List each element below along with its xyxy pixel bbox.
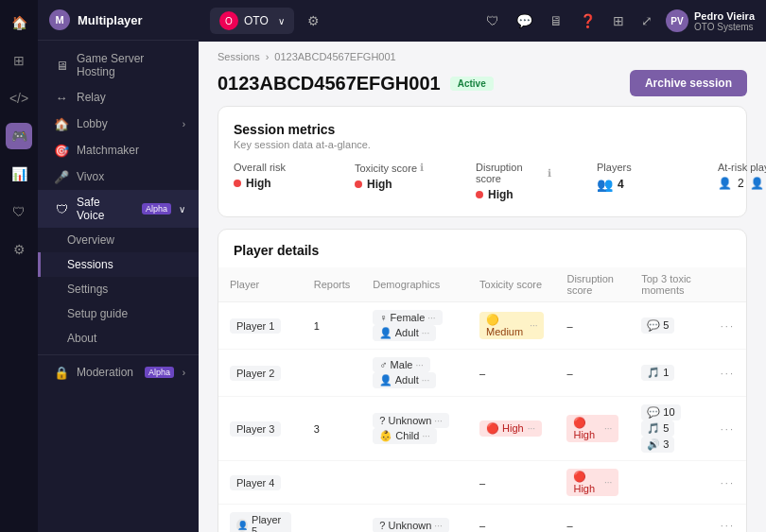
toxicity-score-tag[interactable]: 🟡 Medium ···: [479, 312, 544, 339]
sidebar-item-setup-guide[interactable]: Setup guide: [38, 301, 199, 326]
apps-icon[interactable]: ⊞: [613, 13, 624, 28]
app-selector[interactable]: O OTO ∨: [210, 8, 294, 34]
sidebar-icon-grid[interactable]: ⊞: [6, 47, 32, 74]
moment-tag[interactable]: 🎵 1: [641, 365, 674, 381]
demo-tag-gender[interactable]: ♀ Female ···: [373, 310, 442, 325]
expand-topbar-icon[interactable]: ⤢: [641, 13, 653, 28]
settings-icon[interactable]: ⚙: [307, 13, 320, 28]
page-header: 0123ABCD4567EFGH001 Active Archive sessi…: [199, 66, 766, 106]
row-more-icon[interactable]: ···: [721, 423, 735, 435]
page-title-area: 0123ABCD4567EFGH001 Active: [218, 73, 494, 94]
disruption-score-tag[interactable]: 🔴 High ···: [566, 469, 618, 496]
sidebar-icon-code[interactable]: </>: [6, 85, 32, 112]
demographics-cell: ? Unknown ···: [361, 505, 468, 533]
toxicity-value: High: [355, 178, 430, 191]
archive-session-button[interactable]: Archive session: [630, 70, 747, 96]
demo-tag-gender[interactable]: ? Unknown ···: [373, 518, 448, 532]
dropdown-icon: ∨: [278, 16, 285, 26]
player-tag[interactable]: Player 1: [230, 318, 281, 334]
disruption-cell: –: [555, 302, 630, 350]
demographics-cell: [361, 461, 468, 505]
row-more-icon[interactable]: ···: [721, 477, 735, 489]
player-details-title: Player details: [218, 230, 746, 267]
toxicity-label: Toxicity score ℹ: [355, 162, 430, 174]
help-icon[interactable]: ❓: [580, 13, 596, 28]
player-tag[interactable]: Player 2: [230, 366, 281, 381]
risk-indicator: [234, 180, 241, 187]
app-selector-name: OTO: [244, 14, 269, 27]
sidebar-item-label: Overview: [67, 233, 114, 247]
row-more-icon[interactable]: ···: [721, 320, 735, 332]
user-org: OTO Systems: [694, 22, 755, 32]
sidebar-item-relay[interactable]: ↔ Relay: [38, 84, 199, 111]
player-avatar-icon: 👤: [236, 519, 248, 532]
sidebar-item-moderation[interactable]: 🔒 Moderation Alpha ›: [38, 359, 199, 386]
table-header: Player Reports Demographics Toxicity sco…: [218, 267, 746, 302]
player-cell: Player 4: [218, 461, 303, 505]
table-body: Player 1 1 ♀ Female ··· 👤 Adult ··· 🟡 Me…: [218, 302, 746, 533]
demo-tag-age[interactable]: 👤 Adult ···: [373, 325, 436, 341]
col-reports: Reports: [303, 267, 362, 302]
sidebar-item-label: Sessions: [67, 258, 113, 271]
player-tag[interactable]: Player 3: [230, 421, 281, 437]
table-row: Player 2 ♂ Male ··· 👤 Adult ··· – – 🎵 1 …: [218, 350, 746, 397]
sidebar-item-settings[interactable]: Settings: [38, 277, 199, 301]
col-disruption: Disruption score: [555, 267, 630, 302]
sidebar-icon-gamepad[interactable]: 🎮: [6, 123, 32, 149]
sidebar-item-game-server[interactable]: 🖥 Game Server Hosting: [38, 46, 199, 84]
sidebar-item-label: Vivox: [77, 170, 104, 183]
disruption-score-tag[interactable]: 🔴 High ···: [566, 415, 618, 442]
demo-tag-gender[interactable]: ? Unknown ···: [373, 413, 448, 428]
sidebar-logo: M Multiplayer: [38, 0, 199, 41]
sidebar-item-label: Lobby: [77, 117, 108, 130]
sidebar-icon-bar: 🏠 ⊞ </> 🎮 📊 🛡 ⚙: [0, 0, 38, 532]
sidebar-icon-chart[interactable]: 📊: [6, 161, 32, 187]
shield-topbar-icon[interactable]: 🛡: [486, 13, 499, 28]
moments-cell: 💬 10 🎵 5 🔊 3: [630, 397, 709, 461]
sidebar: M Multiplayer 🖥 Game Server Hosting ↔ Re…: [38, 0, 199, 532]
sidebar-item-safe-voice[interactable]: 🛡 Safe Voice Alpha ∨: [38, 190, 199, 228]
moments-cell: 💬 5: [630, 302, 709, 350]
toxicity-score-tag[interactable]: 🔴 High ···: [479, 420, 542, 437]
sidebar-icon-shield[interactable]: 🛡: [6, 198, 32, 225]
demo-tag-gender[interactable]: ♂ Male ···: [373, 357, 430, 372]
sidebar-icon-home[interactable]: 🏠: [6, 9, 32, 36]
sidebar-item-sessions[interactable]: Sessions: [38, 252, 199, 277]
sidebar-item-vivox[interactable]: 🎤 Vivox: [38, 163, 199, 190]
sidebar-item-lobby[interactable]: 🏠 Lobby ›: [38, 111, 199, 137]
toxicity-indicator: [355, 180, 362, 188]
breadcrumb-current: 0123ABCD4567EFGH001: [274, 51, 395, 62]
chat-icon[interactable]: 💬: [516, 13, 532, 28]
demo-tag-age[interactable]: 👤 Adult ···: [373, 372, 436, 388]
col-actions: [709, 267, 746, 302]
reports-cell: [303, 505, 362, 533]
metrics-subtitle: Key session data at-a-glance.: [234, 139, 731, 150]
row-more-icon[interactable]: ···: [721, 368, 735, 379]
page-content: Sessions › 0123ABCD4567EFGH001 0123ABCD4…: [199, 42, 766, 532]
toxicity-cell: 🔴 High ···: [468, 397, 555, 461]
user-info: PV Pedro Vieira OTO Systems: [666, 9, 755, 32]
breadcrumb-sessions[interactable]: Sessions: [218, 51, 260, 62]
session-metrics-card: Session metrics Key session data at-a-gl…: [218, 106, 747, 217]
sidebar-icon-settings[interactable]: ⚙: [6, 236, 32, 263]
moment-tag[interactable]: 💬 5: [641, 317, 674, 334]
sidebar-item-about[interactable]: About: [38, 326, 199, 351]
player-tag[interactable]: Player 4: [230, 475, 281, 490]
moment-tag-voice[interactable]: 🔊 3: [641, 437, 674, 453]
disruption-score-metric: Disruption score ℹ High: [476, 162, 551, 201]
vivox-icon: 🎤: [54, 169, 69, 184]
player-cell: Player 1: [218, 302, 303, 350]
demo-tag-age[interactable]: 👶 Child ···: [373, 428, 436, 444]
row-more-icon[interactable]: ···: [721, 520, 735, 531]
player-tag[interactable]: 👤 Player 5: [230, 512, 291, 532]
app-icon: O: [219, 11, 238, 30]
reports-cell: [303, 461, 362, 505]
demographics-cell: ? Unknown ··· 👶 Child ···: [361, 397, 468, 461]
sidebar-item-overview[interactable]: Overview: [38, 228, 199, 252]
status-badge: Active: [450, 77, 494, 91]
moment-tag-chat[interactable]: 💬 10: [641, 404, 680, 420]
sidebar-item-matchmaker[interactable]: 🎯 Matchmaker: [38, 137, 199, 163]
monitor-icon[interactable]: 🖥: [549, 13, 563, 28]
moment-tag-music[interactable]: 🎵 5: [641, 420, 674, 437]
sidebar-item-label: Safe Voice: [77, 196, 131, 222]
